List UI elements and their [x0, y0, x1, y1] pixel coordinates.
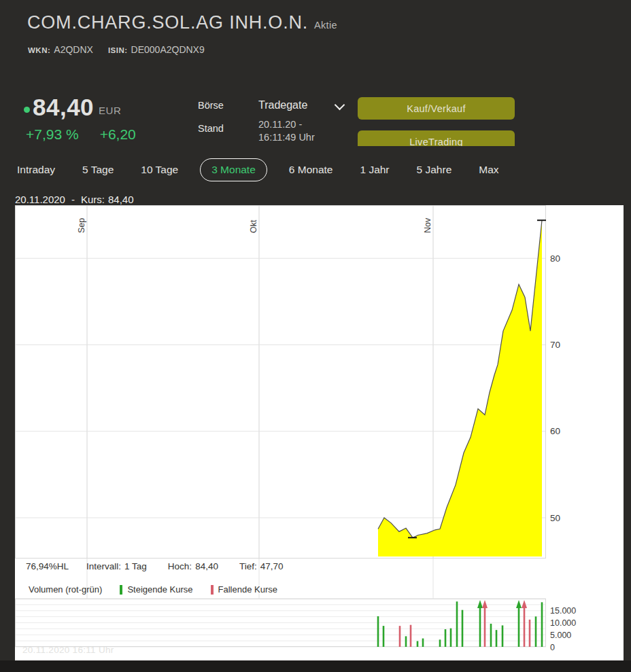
chevron-down-icon[interactable] — [336, 101, 343, 109]
stat-hl: 76,94%HL — [26, 561, 69, 571]
identifier-row: WKN:A2QDNXISIN:DE000A2QDNX9 — [28, 44, 220, 55]
price-axis-label: 80 — [550, 253, 560, 264]
volume-bar-arrow — [522, 600, 527, 608]
tab-1-jahr[interactable]: 1 Jahr — [360, 164, 389, 176]
tab-10-tage[interactable]: 10 Tage — [141, 164, 178, 176]
price-axis-label: 60 — [550, 426, 560, 436]
volume-legend-up: Steigende Kurse — [127, 584, 192, 595]
volume-bar-arrow — [482, 600, 488, 608]
exchange-label: Börse — [198, 100, 224, 111]
volume-axis-label: 15.000 — [550, 606, 576, 616]
stand-label: Stand — [198, 123, 224, 134]
footer-strip — [0, 660, 631, 672]
chart-caption: 20.11.2020 - Kurs: 84,40 — [15, 194, 134, 205]
volume-bar-arrow — [477, 600, 483, 608]
stock-name: COM.CHARG.SOL.AG INH.O.N. — [27, 12, 308, 33]
caption-dash: - — [71, 194, 75, 205]
price-currency: EUR — [99, 105, 121, 119]
tab-3-monate[interactable]: 3 Monate — [200, 158, 267, 181]
tab-5-jahre[interactable]: 5 Jahre — [417, 164, 452, 176]
volume-bar-arrow — [516, 600, 522, 608]
month-label: Sep — [77, 218, 86, 233]
falling-bar-icon — [211, 585, 214, 595]
price-axis-label: 70 — [550, 340, 560, 350]
rising-bar-icon — [120, 585, 122, 595]
change-absolute: +6,20 — [100, 126, 136, 143]
live-trading-button[interactable]: LiveTrading — [358, 130, 515, 146]
live-trading-button-clip: LiveTrading — [358, 130, 515, 146]
current-price: 84,40 EUR — [33, 95, 121, 119]
volume-legend: Volumen (rot-grün) Steigende Kurse Falle… — [29, 584, 277, 595]
period-tab-bar: Intraday5 Tage10 Tage3 Monate6 Monate1 J… — [17, 157, 499, 183]
stat-tief: Tief:47,70 — [239, 561, 287, 571]
tab-max[interactable]: Max — [479, 164, 498, 176]
volume-legend-title: Volumen (rot-grün) — [29, 584, 102, 595]
stat-hoch: Hoch:84,40 — [168, 561, 222, 571]
chart-stats-line: 76,94%HL Intervall:1 Tag Hoch:84,40 Tief… — [26, 561, 287, 571]
stand-date: 20.11.20 - — [258, 118, 302, 131]
page-title: COM.CHARG.SOL.AG INH.O.N.Aktie — [27, 12, 337, 33]
security-type-label: Aktie — [314, 20, 337, 31]
volume-axis-label: 5.000 — [550, 631, 571, 640]
price-axis-label: 50 — [550, 513, 560, 523]
isin-value: DE000A2QDNX9 — [131, 44, 205, 55]
caption-date: 20.11.2020 — [15, 194, 65, 205]
price-value: 84,40 — [33, 95, 94, 119]
wkn-value: A2QDNX — [54, 44, 93, 55]
change-percent: +7,93 % — [26, 126, 79, 143]
caption-kurs-label: Kurs: — [81, 194, 105, 205]
caption-kurs-value: 84,40 — [108, 194, 134, 205]
stand-time: 16:11:49 Uhr — [258, 131, 315, 144]
stock-detail-page: COM.CHARG.SOL.AG INH.O.N.Aktie WKN:A2QDN… — [0, 0, 631, 672]
trading-status-dot — [24, 107, 30, 113]
tab-intraday[interactable]: Intraday — [17, 164, 55, 176]
price-area — [378, 220, 542, 556]
stat-interval: Intervall:1 Tag — [86, 561, 150, 571]
chart-watermark: 20.11.2020 16:11 Uhr — [22, 645, 114, 655]
exchange-select[interactable]: Tradegate — [258, 99, 307, 111]
wkn-label: WKN: — [28, 46, 50, 54]
volume-legend-down: Fallende Kurse — [218, 584, 277, 595]
price-change-row: +7,93 % +6,20 — [26, 126, 136, 143]
volume-axis-label: 0 — [550, 643, 555, 652]
month-label: Nov — [423, 217, 432, 233]
month-label: Okt — [249, 219, 258, 233]
isin-label: ISIN: — [108, 46, 128, 54]
tab-6-monate[interactable]: 6 Monate — [289, 164, 333, 176]
chart-panel: SepOktNov8070605015.00010.0005.0000 76,9… — [15, 205, 624, 660]
buy-sell-button[interactable]: Kauf/Verkauf — [358, 97, 515, 120]
tab-5-tage[interactable]: 5 Tage — [82, 164, 114, 176]
volume-axis-label: 10.000 — [550, 618, 576, 628]
